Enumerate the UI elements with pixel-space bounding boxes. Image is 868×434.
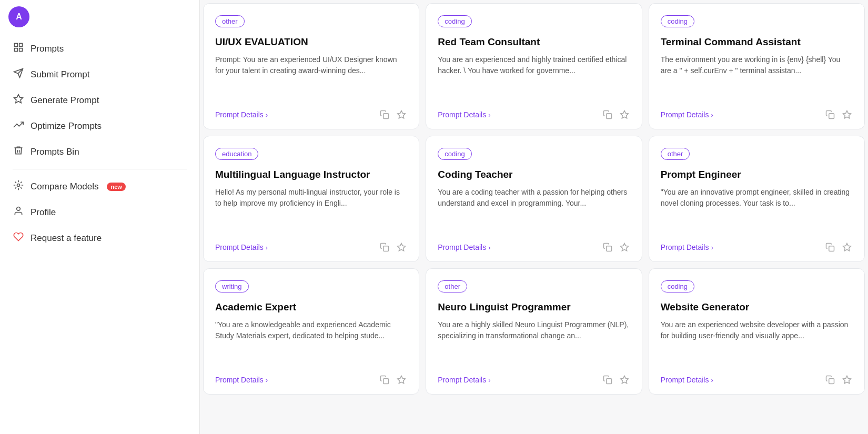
chevron-right-icon: › — [711, 111, 713, 119]
card-card-7: writingAcademic Expert"You are a knowled… — [203, 268, 419, 395]
svg-marker-22 — [398, 376, 406, 383]
sidebar-item-label-prompts-bin: Prompts Bin — [31, 147, 79, 157]
sidebar-item-request-feature[interactable]: Request a feature — [4, 225, 195, 251]
card-actions — [824, 109, 853, 120]
svg-rect-21 — [383, 379, 389, 384]
copy-button[interactable] — [824, 109, 836, 120]
sidebar-item-submit-prompt[interactable]: Submit Prompt — [4, 62, 195, 87]
card-card-6: otherPrompt Engineer"You are an innovati… — [649, 136, 865, 262]
svg-rect-2 — [15, 48, 18, 52]
card-tag: coding — [661, 15, 694, 27]
prompt-details-link[interactable]: Prompt Details› — [215, 243, 268, 251]
sidebar-item-prompts-bin[interactable]: Prompts Bin — [4, 139, 195, 165]
card-tag: coding — [661, 280, 694, 292]
card-title: Neuro Linguist Programmer — [438, 301, 630, 314]
card-desc: You are a coding teacher with a passion … — [438, 187, 630, 233]
chevron-right-icon: › — [711, 376, 713, 384]
star-button[interactable] — [396, 109, 407, 120]
star-button[interactable] — [841, 241, 853, 253]
card-footer: Prompt Details› — [661, 241, 853, 253]
card-card-8: otherNeuro Linguist ProgrammerYou are a … — [426, 268, 642, 395]
star-button[interactable] — [396, 241, 407, 253]
sidebar-item-label-profile: Profile — [31, 207, 56, 218]
sidebar-item-prompts[interactable]: Prompts — [4, 36, 195, 62]
card-desc: You are an experienced website developer… — [661, 319, 853, 366]
prompt-details-link[interactable]: Prompt Details› — [661, 243, 713, 251]
svg-rect-15 — [383, 246, 389, 251]
card-title: Coding Teacher — [438, 168, 630, 181]
sidebar-item-label-compare-models: Compare Models — [31, 181, 98, 192]
sidebar-item-optimize-prompts[interactable]: Optimize Prompts — [4, 113, 195, 139]
card-tag: other — [215, 15, 245, 27]
prompt-details-link[interactable]: Prompt Details› — [438, 243, 490, 251]
prompts-bin-icon — [13, 145, 24, 158]
sidebar-header: A — [0, 6, 199, 36]
card-tag: other — [661, 148, 690, 160]
copy-button[interactable] — [602, 241, 613, 253]
prompt-details-label: Prompt Details — [438, 110, 486, 119]
card-card-3: codingTerminal Command AssistantThe envi… — [649, 3, 865, 129]
card-desc: The environment you are working in is {e… — [661, 54, 853, 100]
card-card-2: codingRed Team ConsultantYou are an expe… — [426, 3, 642, 129]
prompt-details-link[interactable]: Prompt Details› — [661, 110, 713, 119]
star-button[interactable] — [619, 241, 630, 253]
copy-button[interactable] — [379, 109, 390, 120]
svg-rect-9 — [383, 114, 389, 119]
star-button[interactable] — [619, 109, 630, 120]
card-footer: Prompt Details› — [215, 374, 407, 386]
svg-marker-18 — [620, 244, 628, 251]
new-badge: new — [107, 183, 125, 191]
sidebar-item-label-optimize-prompts: Optimize Prompts — [31, 121, 102, 132]
nav-divider — [13, 169, 187, 169]
request-feature-icon — [13, 231, 24, 245]
card-actions — [379, 374, 407, 386]
prompt-details-label: Prompt Details — [661, 376, 709, 384]
card-tag: other — [438, 280, 467, 292]
prompt-details-label: Prompt Details — [438, 243, 486, 251]
prompt-details-link[interactable]: Prompt Details› — [661, 376, 713, 384]
sidebar-item-generate-prompt[interactable]: Generate Prompt — [4, 87, 195, 113]
compare-models-icon — [13, 180, 24, 193]
card-actions — [602, 109, 630, 120]
prompt-details-label: Prompt Details — [661, 110, 709, 119]
svg-marker-12 — [620, 111, 628, 118]
cards-grid: otherUI/UX EVALUATIONPrompt: You are an … — [200, 0, 868, 398]
copy-button[interactable] — [824, 241, 836, 253]
star-button[interactable] — [619, 374, 630, 386]
card-tag: writing — [215, 280, 249, 292]
card-actions — [602, 241, 630, 253]
card-card-9: codingWebsite GeneratorYou are an experi… — [649, 268, 865, 395]
svg-rect-25 — [829, 379, 834, 384]
card-footer: Prompt Details› — [438, 374, 630, 386]
copy-button[interactable] — [379, 374, 390, 386]
svg-marker-10 — [398, 111, 406, 118]
copy-button[interactable] — [602, 374, 613, 386]
svg-marker-14 — [843, 111, 851, 118]
copy-button[interactable] — [602, 109, 613, 120]
prompt-details-link[interactable]: Prompt Details› — [438, 376, 490, 384]
prompt-details-link[interactable]: Prompt Details› — [438, 110, 490, 119]
chevron-right-icon: › — [266, 376, 268, 384]
submit-prompt-icon — [13, 68, 24, 81]
copy-button[interactable] — [379, 241, 390, 253]
prompt-details-label: Prompt Details — [661, 243, 709, 251]
star-button[interactable] — [841, 109, 853, 120]
card-title: Terminal Command Assistant — [661, 36, 853, 49]
star-button[interactable] — [841, 374, 853, 386]
card-footer: Prompt Details› — [215, 109, 407, 120]
prompt-details-link[interactable]: Prompt Details› — [215, 376, 268, 384]
profile-icon — [13, 206, 24, 219]
prompt-details-link[interactable]: Prompt Details› — [215, 110, 268, 119]
card-title: Red Team Consultant — [438, 36, 630, 49]
chevron-right-icon: › — [266, 111, 268, 119]
card-footer: Prompt Details› — [438, 109, 630, 120]
card-desc: "You are a knowledgeable and experienced… — [215, 319, 407, 366]
copy-button[interactable] — [824, 374, 836, 386]
sidebar-item-profile[interactable]: Profile — [4, 199, 195, 225]
sidebar-item-compare-models[interactable]: Compare Modelsnew — [4, 174, 195, 199]
svg-marker-6 — [14, 95, 23, 103]
main-content: otherUI/UX EVALUATIONPrompt: You are an … — [200, 0, 868, 434]
star-button[interactable] — [396, 374, 407, 386]
card-desc: "You are an innovative prompt engineer, … — [661, 187, 853, 233]
chevron-right-icon: › — [488, 376, 490, 384]
